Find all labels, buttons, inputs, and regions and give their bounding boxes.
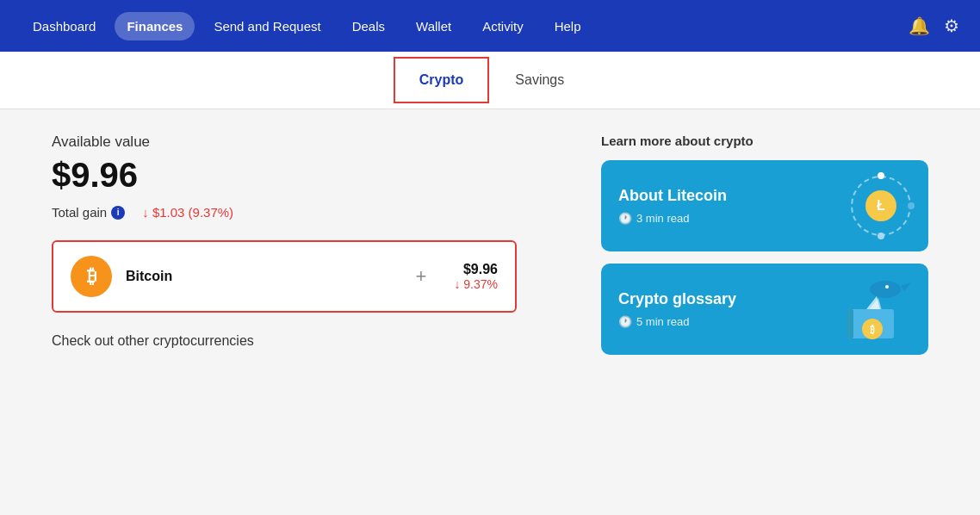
clock-icon: 🕐 bbox=[618, 212, 632, 225]
total-gain-info-icon[interactable]: i bbox=[111, 206, 125, 220]
bitcoin-usd: $9.96 bbox=[454, 262, 498, 277]
nav-right-icons: 🔔 ⚙ bbox=[909, 16, 959, 36]
available-value-label: Available value bbox=[52, 133, 567, 151]
svg-marker-1 bbox=[901, 282, 911, 291]
clock-icon-2: 🕐 bbox=[618, 315, 632, 328]
bitcoin-card[interactable]: ₿ Bitcoin + $9.96 ↓ 9.37% bbox=[52, 240, 517, 313]
total-gain-value: ↓ $1.03 (9.37%) bbox=[142, 205, 233, 220]
bitcoin-add-button[interactable]: + bbox=[416, 265, 427, 288]
svg-text:₿: ₿ bbox=[870, 325, 875, 335]
bitcoin-icon: ₿ bbox=[71, 256, 112, 297]
nav-item-send-request[interactable]: Send and Request bbox=[202, 12, 332, 40]
nav-item-deals[interactable]: Deals bbox=[340, 12, 397, 40]
glossary-card-title: Crypto glossary bbox=[618, 290, 736, 308]
nav-item-finances[interactable]: Finances bbox=[115, 12, 195, 40]
bitcoin-value-col: $9.96 ↓ 9.37% bbox=[454, 262, 498, 291]
tab-crypto[interactable]: Crypto bbox=[395, 59, 488, 102]
svg-point-0 bbox=[870, 281, 901, 298]
litecoin-illustration: Ł bbox=[834, 176, 911, 236]
nav-item-help[interactable]: Help bbox=[543, 12, 593, 40]
svg-point-2 bbox=[885, 285, 889, 289]
total-gain-row: Total gain i ↓ $1.03 (9.37%) bbox=[52, 205, 567, 220]
sub-tabs: Crypto Savings bbox=[0, 52, 980, 109]
glossary-illustration: ₿ bbox=[834, 279, 911, 339]
left-panel: Available value $9.96 Total gain i ↓ $1.… bbox=[52, 133, 567, 500]
glossary-card-time: 🕐 5 min read bbox=[618, 315, 736, 328]
total-gain-label: Total gain i bbox=[52, 205, 125, 220]
settings-icon[interactable]: ⚙ bbox=[944, 16, 959, 36]
learn-card-glossary[interactable]: Crypto glossary 🕐 5 min read bbox=[601, 264, 928, 355]
nav-item-wallet[interactable]: Wallet bbox=[404, 12, 463, 40]
bitcoin-pct: ↓ 9.37% bbox=[454, 277, 498, 291]
nav-item-dashboard[interactable]: Dashboard bbox=[21, 12, 108, 40]
bitcoin-name: Bitcoin bbox=[126, 269, 388, 284]
nav-item-activity[interactable]: Activity bbox=[470, 12, 536, 40]
litecoin-card-time: 🕐 3 min read bbox=[618, 212, 727, 225]
notification-icon[interactable]: 🔔 bbox=[909, 16, 930, 36]
litecoin-card-title: About Litecoin bbox=[618, 187, 727, 205]
learn-card-litecoin[interactable]: About Litecoin 🕐 3 min read Ł bbox=[601, 160, 928, 251]
right-panel: Learn more about crypto About Litecoin 🕐… bbox=[601, 133, 928, 500]
learn-label: Learn more about crypto bbox=[601, 133, 928, 148]
available-value-amount: $9.96 bbox=[52, 156, 567, 195]
sub-tab-wrapper-crypto: Crypto bbox=[394, 57, 490, 103]
nav-items: Dashboard Finances Send and Request Deal… bbox=[21, 12, 909, 40]
nav-bar: Dashboard Finances Send and Request Deal… bbox=[0, 0, 980, 52]
check-other-cryptos: Check out other cryptocurrencies bbox=[52, 333, 567, 349]
main-content: Available value $9.96 Total gain i ↓ $1.… bbox=[0, 109, 980, 515]
tab-savings[interactable]: Savings bbox=[491, 59, 588, 102]
svg-rect-6 bbox=[847, 309, 853, 338]
